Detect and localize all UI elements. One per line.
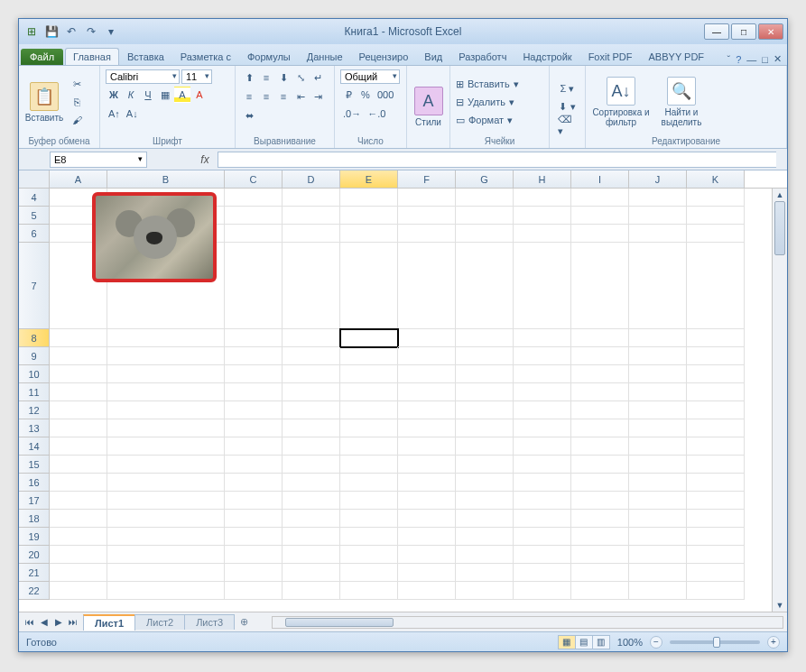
- cell-J4[interactable]: [629, 189, 687, 207]
- tab-review[interactable]: Рецензиро: [351, 48, 417, 65]
- cell-B14[interactable]: [107, 437, 225, 456]
- cell-G20[interactable]: [456, 546, 514, 564]
- cell-E11[interactable]: [340, 383, 398, 401]
- copy-icon[interactable]: ⎘: [68, 94, 86, 110]
- cell-A20[interactable]: [50, 546, 107, 564]
- cell-J15[interactable]: [629, 456, 687, 474]
- styles-button[interactable]: A Стили: [412, 69, 444, 144]
- cell-F14[interactable]: [398, 437, 456, 456]
- cell-K12[interactable]: [687, 401, 745, 419]
- row-header-14[interactable]: 14: [19, 437, 50, 456]
- sheet-tab-3[interactable]: Лист3: [184, 614, 235, 630]
- cell-B8[interactable]: [107, 329, 225, 347]
- cell-H13[interactable]: [514, 419, 571, 437]
- cell-I16[interactable]: [571, 474, 629, 492]
- sort-filter-button[interactable]: A↓ Сортировка и фильтр: [591, 69, 651, 134]
- column-header-F[interactable]: F: [398, 170, 456, 188]
- row-header-5[interactable]: 5: [19, 207, 50, 225]
- cell-G8[interactable]: [456, 329, 514, 347]
- row-header-18[interactable]: 18: [19, 510, 50, 528]
- scroll-up-icon[interactable]: ▲: [773, 189, 787, 201]
- sheet-nav-last-icon[interactable]: ⏭: [66, 617, 80, 627]
- cell-J13[interactable]: [629, 419, 687, 437]
- row-header-10[interactable]: 10: [19, 365, 50, 383]
- scroll-thumb[interactable]: [774, 201, 785, 255]
- zoom-in-button[interactable]: +: [767, 636, 780, 649]
- cell-D8[interactable]: [283, 329, 340, 347]
- cell-F9[interactable]: [398, 347, 456, 365]
- cell-H8[interactable]: [514, 329, 571, 347]
- embedded-image-koala[interactable]: [92, 192, 217, 282]
- format-painter-icon[interactable]: 🖌: [68, 112, 86, 128]
- cell-C6[interactable]: [225, 225, 283, 243]
- cell-K21[interactable]: [687, 564, 745, 582]
- row-header-6[interactable]: 6: [19, 225, 50, 243]
- cell-C9[interactable]: [225, 347, 283, 365]
- cell-J8[interactable]: [629, 329, 687, 347]
- cell-I21[interactable]: [571, 564, 629, 582]
- cell-F4[interactable]: [398, 189, 456, 207]
- cell-D19[interactable]: [283, 528, 340, 546]
- cell-G16[interactable]: [456, 474, 514, 492]
- undo-icon[interactable]: ↶: [62, 23, 80, 41]
- cell-K20[interactable]: [687, 546, 745, 564]
- column-header-J[interactable]: J: [629, 170, 687, 188]
- cell-K15[interactable]: [687, 456, 745, 474]
- align-middle-icon[interactable]: ≡: [258, 69, 274, 86]
- cell-G9[interactable]: [456, 347, 514, 365]
- find-select-button[interactable]: 🔍 Найти и выделить: [654, 69, 709, 134]
- cell-C15[interactable]: [225, 456, 283, 474]
- cell-F5[interactable]: [398, 207, 456, 225]
- cell-J19[interactable]: [629, 528, 687, 546]
- cell-F6[interactable]: [398, 225, 456, 243]
- cell-I7[interactable]: [571, 243, 629, 329]
- autosum-icon[interactable]: Σ ▾: [555, 81, 579, 97]
- cell-H20[interactable]: [514, 546, 571, 564]
- shrink-font-icon[interactable]: A↓: [124, 106, 141, 122]
- cell-E20[interactable]: [340, 546, 398, 564]
- cell-G21[interactable]: [456, 564, 514, 582]
- delete-cells-button[interactable]: ⊟Удалить ▾: [456, 94, 543, 110]
- cell-A22[interactable]: [50, 582, 107, 600]
- sheet-tab-2[interactable]: Лист2: [134, 614, 185, 630]
- row-header-13[interactable]: 13: [19, 419, 50, 437]
- cell-D10[interactable]: [283, 365, 340, 383]
- cell-A13[interactable]: [50, 419, 107, 437]
- cell-A14[interactable]: [50, 437, 107, 456]
- cell-K19[interactable]: [687, 528, 745, 546]
- cell-B17[interactable]: [107, 492, 225, 510]
- cell-K13[interactable]: [687, 419, 745, 437]
- cell-C17[interactable]: [225, 492, 283, 510]
- cell-H19[interactable]: [514, 528, 571, 546]
- cell-C13[interactable]: [225, 419, 283, 437]
- font-color-button[interactable]: A: [191, 87, 208, 103]
- cell-B11[interactable]: [107, 383, 225, 401]
- zoom-slider[interactable]: [670, 640, 760, 644]
- row-header-15[interactable]: 15: [19, 456, 50, 474]
- cell-D6[interactable]: [283, 225, 340, 243]
- cell-A19[interactable]: [50, 528, 107, 546]
- cell-C19[interactable]: [225, 528, 283, 546]
- cell-I22[interactable]: [571, 582, 629, 600]
- cell-I4[interactable]: [571, 189, 629, 207]
- row-header-4[interactable]: 4: [19, 189, 50, 207]
- maximize-button[interactable]: □: [731, 23, 756, 40]
- cell-F22[interactable]: [398, 582, 456, 600]
- cell-C20[interactable]: [225, 546, 283, 564]
- row-header-9[interactable]: 9: [19, 347, 50, 365]
- cell-H4[interactable]: [514, 189, 571, 207]
- cell-F11[interactable]: [398, 383, 456, 401]
- cell-B22[interactable]: [107, 582, 225, 600]
- cell-D11[interactable]: [283, 383, 340, 401]
- cell-I10[interactable]: [571, 365, 629, 383]
- cell-K18[interactable]: [687, 510, 745, 528]
- underline-button[interactable]: Ч: [140, 87, 156, 103]
- indent-dec-icon[interactable]: ⇤: [292, 88, 309, 105]
- cell-C8[interactable]: [225, 329, 283, 347]
- cell-H16[interactable]: [514, 474, 571, 492]
- cell-J12[interactable]: [629, 401, 687, 419]
- cell-E5[interactable]: [340, 207, 398, 225]
- doc-minimize-icon[interactable]: —: [746, 54, 756, 65]
- indent-inc-icon[interactable]: ⇥: [310, 88, 326, 105]
- cell-E22[interactable]: [340, 582, 398, 600]
